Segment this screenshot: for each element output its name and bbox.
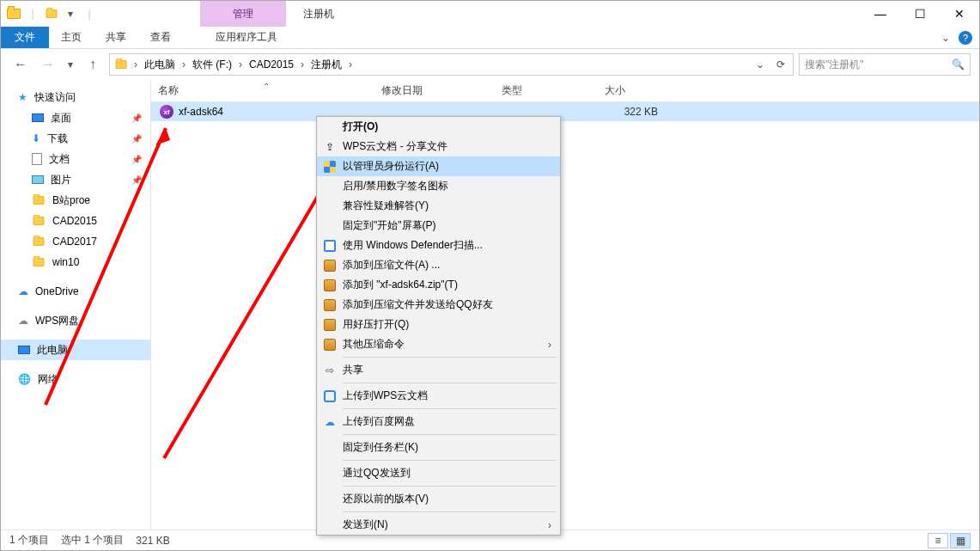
menu-toggle-signature[interactable]: 启用/禁用数字签名图标: [317, 176, 560, 196]
file-size-cell: 322 KB: [598, 106, 667, 118]
ribbon-expand-icon[interactable]: ⌄: [941, 32, 950, 44]
view-thumbnails-icon[interactable]: ▦: [950, 533, 971, 548]
sidebar-network[interactable]: 🌐网络: [1, 369, 150, 389]
menu-other-zip[interactable]: 其他压缩命令›: [317, 334, 560, 354]
tab-view[interactable]: 查看: [138, 27, 183, 48]
col-name[interactable]: 名称⌃: [151, 83, 374, 98]
tab-home[interactable]: 主页: [49, 27, 94, 48]
breadcrumb-seg-1[interactable]: 软件 (F:): [189, 54, 235, 75]
sidebar-label: 此电脑: [37, 343, 68, 358]
address-bar[interactable]: › 此电脑 › 软件 (F:) › CAD2015 › 注册机 › ⌄ ⟳: [109, 53, 794, 76]
desktop-icon: [32, 113, 44, 122]
sidebar-item-documents[interactable]: 文档📌: [1, 149, 150, 169]
refresh-icon[interactable]: ⟳: [770, 58, 791, 70]
chevron-right-icon[interactable]: ›: [345, 58, 356, 70]
qat-dropdown-icon[interactable]: ▾: [63, 6, 78, 21]
sidebar-label: B站proe: [52, 193, 90, 208]
col-date[interactable]: 修改日期: [374, 83, 495, 98]
document-icon: [32, 153, 42, 165]
file-list[interactable]: xf xf-adsk64 322 KB: [151, 102, 979, 530]
menu-share[interactable]: ⇨共享: [317, 360, 560, 380]
sidebar-this-pc[interactable]: 此电脑: [1, 340, 150, 360]
star-icon: ★: [18, 91, 27, 103]
menu-add-zip[interactable]: 添加到压缩文件(A) ...: [317, 255, 560, 275]
menu-wps-share[interactable]: ⇪WPS云文档 - 分享文件: [317, 137, 560, 156]
tab-app-tools[interactable]: 应用程序工具: [204, 27, 289, 48]
sidebar-quick-access[interactable]: ★快速访问: [1, 87, 150, 107]
address-dropdown-icon[interactable]: ⌄: [750, 58, 770, 70]
sidebar-item-desktop[interactable]: 桌面📌: [1, 107, 150, 128]
chevron-right-icon[interactable]: ›: [179, 58, 189, 70]
nav-history-dropdown[interactable]: ▾: [64, 53, 76, 76]
menu-label: 使用 Windows Defender扫描...: [343, 238, 483, 253]
search-box[interactable]: 搜索"注册机" 🔍: [799, 53, 971, 76]
help-icon[interactable]: ?: [959, 31, 972, 45]
sidebar-wps[interactable]: ☁WPS网盘: [1, 310, 150, 331]
menu-separator: [343, 434, 557, 435]
menu-restore-versions[interactable]: 还原以前的版本(V): [317, 489, 560, 509]
sidebar-item-folder[interactable]: CAD2017: [1, 231, 150, 252]
breadcrumb-seg-3[interactable]: 注册机: [307, 54, 345, 75]
sidebar-label: 下载: [47, 132, 68, 146]
menu-upload-wps[interactable]: 上传到WPS云文档: [317, 386, 560, 406]
nav-forward-button[interactable]: →: [37, 53, 59, 76]
col-type[interactable]: 类型: [495, 83, 598, 98]
menu-zip-send-qq[interactable]: 添加到压缩文件并发送给QQ好友: [317, 295, 560, 315]
view-details-icon[interactable]: ≡: [928, 533, 948, 548]
sidebar-label: WPS网盘: [35, 314, 79, 328]
sidebar-item-downloads[interactable]: ⬇下载📌: [1, 128, 150, 149]
menu-add-zip-named[interactable]: 添加到 "xf-adsk64.zip"(T): [317, 275, 560, 295]
zip-icon: [322, 258, 338, 273]
menu-separator: [343, 357, 557, 358]
menu-upload-baidu[interactable]: ☁上传到百度网盘: [317, 412, 560, 432]
menu-pin-taskbar[interactable]: 固定到任务栏(K): [317, 438, 560, 457]
qat-divider: |: [25, 6, 40, 21]
tab-share[interactable]: 共享: [94, 27, 138, 48]
shield-icon: [322, 159, 338, 174]
file-row[interactable]: xf xf-adsk64 322 KB: [151, 102, 979, 121]
sort-caret-icon: ⌃: [263, 82, 270, 91]
qat-properties-icon[interactable]: [44, 6, 59, 21]
zip-icon: [322, 297, 338, 313]
sidebar-item-folder[interactable]: CAD2015: [1, 211, 150, 231]
sidebar-label: 桌面: [51, 111, 71, 126]
maximize-button[interactable]: ☐: [900, 1, 940, 27]
menu-compat-trouble[interactable]: 兼容性疑难解答(Y): [317, 196, 560, 216]
menu-run-as-admin[interactable]: 以管理员身份运行(A): [317, 156, 560, 176]
chevron-right-icon[interactable]: ›: [297, 58, 307, 70]
breadcrumb-seg-0[interactable]: 此电脑: [141, 54, 179, 75]
col-size[interactable]: 大小: [598, 83, 667, 98]
minimize-button[interactable]: —: [861, 1, 900, 27]
menu-label: 用好压打开(Q): [343, 317, 409, 332]
menu-label: WPS云文档 - 分享文件: [343, 139, 447, 154]
folder-icon: [33, 237, 45, 246]
menu-pin-start[interactable]: 固定到"开始"屏幕(P): [317, 216, 560, 236]
sidebar-item-folder[interactable]: B站proe: [1, 190, 150, 211]
breadcrumb-seg-2[interactable]: CAD2015: [246, 54, 297, 75]
col-label: 名称: [158, 84, 179, 96]
menu-label: 添加到压缩文件并发送给QQ好友: [343, 297, 493, 312]
chevron-right-icon[interactable]: ›: [235, 58, 246, 70]
sidebar-item-folder[interactable]: win10: [1, 252, 150, 272]
menu-label: 还原以前的版本(V): [343, 492, 429, 506]
chevron-right-icon[interactable]: ›: [131, 58, 141, 70]
menu-send-to[interactable]: 发送到(N)›: [317, 515, 560, 535]
ribbon-tabs: 文件 主页 共享 查看 应用程序工具 ⌄ ?: [1, 27, 979, 49]
menu-send-qq[interactable]: 通过QQ发送到: [317, 463, 560, 483]
menu-open[interactable]: 打开(O): [317, 117, 560, 137]
zip-icon: [322, 278, 338, 293]
titlebar: | ▾ | 管理 注册机 — ☐ ✕: [1, 1, 979, 27]
nav-back-button[interactable]: ←: [9, 53, 32, 76]
menu-label: 上传到WPS云文档: [343, 389, 428, 403]
menu-open-haozip[interactable]: 用好压打开(Q): [317, 315, 560, 334]
sidebar-item-pictures[interactable]: 图片📌: [1, 169, 150, 190]
menu-label: 以管理员身份运行(A): [343, 159, 439, 174]
close-button[interactable]: ✕: [940, 1, 979, 27]
sidebar-onedrive[interactable]: ☁OneDrive: [1, 281, 150, 302]
file-tab[interactable]: 文件: [1, 27, 49, 48]
search-icon[interactable]: 🔍: [952, 58, 965, 70]
sidebar-label: CAD2017: [52, 236, 97, 248]
menu-defender-scan[interactable]: 使用 Windows Defender扫描...: [317, 236, 560, 255]
address-folder-icon: [112, 59, 131, 70]
nav-up-button[interactable]: ↑: [82, 53, 104, 76]
